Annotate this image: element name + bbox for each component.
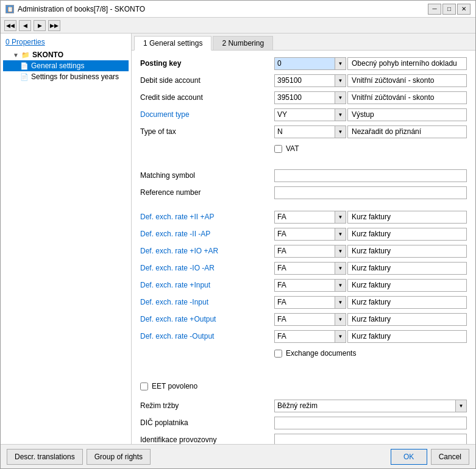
tab-numbering[interactable]: 2 Numbering (213, 36, 273, 50)
def-exch-arrow-4[interactable]: ▼ (335, 279, 346, 292)
reference-number-label: Reference number (140, 188, 274, 197)
main-window: 📋 Administration of books[7/8] - SKONTO … (0, 0, 476, 469)
posting-key-select-arrow[interactable]: ▼ (335, 57, 346, 70)
type-of-tax-controls: N ▼ Nezařadit do přiznání (274, 125, 467, 138)
vat-checkbox[interactable] (274, 145, 282, 153)
type-of-tax-value[interactable]: N (274, 125, 335, 138)
def-exch-value-4[interactable]: FA (274, 279, 335, 292)
title-bar-left: 📋 Administration of books[7/8] - SKONTO (5, 5, 145, 13)
def-exch-select-5: FA ▼ (274, 296, 346, 309)
credit-side-select-wrapper: 395100 ▼ (274, 91, 346, 104)
def-exch-desc-3: Kurz faktury (347, 262, 467, 275)
debit-side-row: Debit side account 395100 ▼ Vnitřní zúčt… (140, 74, 467, 87)
dic-poplatnika-input[interactable] (274, 417, 467, 429)
def-exch-row-4: Def. exch. rate +Input FA ▼ Kurz faktury (140, 278, 467, 292)
dic-poplatnika-label: DIČ poplatnika (140, 418, 274, 427)
def-exch-select-0: FA ▼ (274, 211, 346, 224)
def-exch-value-1[interactable]: FA (274, 228, 335, 241)
type-of-tax-arrow[interactable]: ▼ (335, 125, 346, 138)
maximize-button[interactable]: □ (442, 4, 456, 15)
main-content: 0 Properties ▼ 📁 SKONTO 📄 General settin… (1, 34, 475, 444)
def-exch-value-5[interactable]: FA (274, 296, 335, 309)
first-record-button[interactable]: ◀◀ (4, 20, 16, 31)
type-of-tax-label: Type of tax (140, 127, 274, 136)
rezim-trzby-value[interactable]: Běžný režim (274, 400, 456, 412)
reference-number-controls (274, 186, 467, 199)
def-exch-controls-7: FA ▼ Kurz faktury (274, 330, 467, 343)
def-exch-value-2[interactable]: FA (274, 245, 335, 258)
def-exch-label-0: Def. exch. rate +II +AP (140, 213, 274, 221)
credit-side-desc: Vnitřní zúčtování - skonto (347, 91, 467, 104)
def-exch-desc-5: Kurz faktury (347, 296, 467, 309)
eet-povoleno-checkbox[interactable] (140, 383, 148, 390)
credit-side-label: Credit side account (140, 93, 274, 102)
def-exch-arrow-1[interactable]: ▼ (335, 228, 346, 241)
credit-side-arrow[interactable]: ▼ (335, 91, 346, 104)
reference-number-input[interactable] (274, 186, 467, 199)
def-exch-arrow-3[interactable]: ▼ (335, 262, 346, 275)
type-of-tax-select-wrapper: N ▼ (274, 125, 346, 138)
window-icon: 📋 (5, 5, 14, 13)
rezim-trzby-row: Režim tržby Běžný režim ▼ (140, 399, 467, 412)
sidebar-item-business-years[interactable]: 📄 Settings for business years (3, 71, 129, 82)
title-controls: ─ □ ✕ (428, 4, 471, 15)
identifikace-provozovny-label: Identifikace provozovny (140, 436, 274, 444)
eet-povoleno-label: EET povoleno (152, 382, 197, 390)
prev-record-button[interactable]: ◀ (19, 20, 31, 31)
sidebar-section: ▼ 📁 SKONTO 📄 General settings 📄 Settings… (3, 49, 129, 82)
vat-label: VAT (286, 144, 299, 153)
document-type-select-wrapper: VY ▼ (274, 108, 346, 121)
sidebar-item-general-settings[interactable]: 📄 General settings (3, 60, 129, 71)
def-exch-value-6[interactable]: FA (274, 313, 335, 326)
posting-key-desc: Obecný pohyb interního dokladu (347, 57, 467, 70)
def-exch-controls-0: FA ▼ Kurz faktury (274, 211, 467, 224)
def-exch-controls-4: FA ▼ Kurz faktury (274, 279, 467, 292)
def-exch-row-7: Def. exch. rate -Output FA ▼ Kurz faktur… (140, 330, 467, 343)
rezim-trzby-arrow[interactable]: ▼ (456, 400, 467, 412)
last-record-button[interactable]: ▶▶ (48, 20, 60, 31)
def-exch-label-6: Def. exch. rate +Output (140, 315, 274, 323)
exchange-docs-label: Exchange documents (286, 349, 356, 358)
def-exch-value-3[interactable]: FA (274, 262, 335, 275)
def-exch-row-3: Def. exch. rate -IO -AR FA ▼ Kurz faktur… (140, 261, 467, 275)
posting-key-label: Posting key (140, 59, 274, 68)
doc-icon: 📄 (20, 62, 29, 70)
tab-general-settings[interactable]: 1 General settings (134, 36, 211, 51)
def-exch-arrow-0[interactable]: ▼ (335, 211, 346, 224)
def-exch-arrow-7[interactable]: ▼ (335, 330, 346, 343)
close-button[interactable]: ✕ (457, 4, 471, 15)
exchange-docs-checkbox[interactable] (274, 350, 282, 358)
debit-side-value[interactable]: 395100 (274, 74, 335, 87)
def-exch-arrow-5[interactable]: ▼ (335, 296, 346, 309)
eet-povoleno-row: EET povoleno (140, 379, 467, 395)
posting-key-select-value[interactable]: 0 (274, 57, 335, 70)
properties-link[interactable]: 0 Properties (3, 36, 129, 48)
minimize-button[interactable]: ─ (428, 4, 441, 15)
matching-symbol-input[interactable] (274, 169, 467, 182)
next-record-button[interactable]: ▶ (34, 20, 46, 31)
def-exch-desc-1: Kurz faktury (347, 228, 467, 241)
def-exch-arrow-6[interactable]: ▼ (335, 313, 346, 326)
def-exch-label-7: Def. exch. rate -Output (140, 332, 274, 340)
business-years-label: Settings for business years (31, 72, 119, 81)
exchange-docs-row: Exchange documents (140, 347, 467, 362)
cancel-button[interactable]: Cancel (431, 449, 469, 465)
document-type-arrow[interactable]: ▼ (335, 108, 346, 121)
def-exch-arrow-2[interactable]: ▼ (335, 245, 346, 258)
dic-poplatnika-row: DIČ poplatnika (140, 416, 467, 429)
ok-button[interactable]: OK (391, 449, 427, 465)
footer-left: Descr. translations Group of rights (7, 449, 151, 465)
debit-side-arrow[interactable]: ▼ (335, 74, 346, 87)
descr-translations-button[interactable]: Descr. translations (7, 449, 83, 465)
def-exch-value-7[interactable]: FA (274, 330, 335, 343)
credit-side-value[interactable]: 395100 (274, 91, 335, 104)
def-exch-value-0[interactable]: FA (274, 211, 335, 224)
doc-icon-2: 📄 (20, 73, 29, 81)
sidebar-item-skonto[interactable]: ▼ 📁 SKONTO (3, 49, 129, 60)
credit-side-controls: 395100 ▼ Vnitřní zúčtování - skonto (274, 91, 467, 104)
identifikace-provozovny-input[interactable] (274, 434, 467, 445)
document-type-value[interactable]: VY (274, 108, 335, 121)
identifikace-provozovny-row: Identifikace provozovny (140, 433, 467, 444)
debit-side-desc: Vnitřní zúčtování - skonto (347, 74, 467, 87)
group-of-rights-button[interactable]: Group of rights (87, 449, 151, 465)
